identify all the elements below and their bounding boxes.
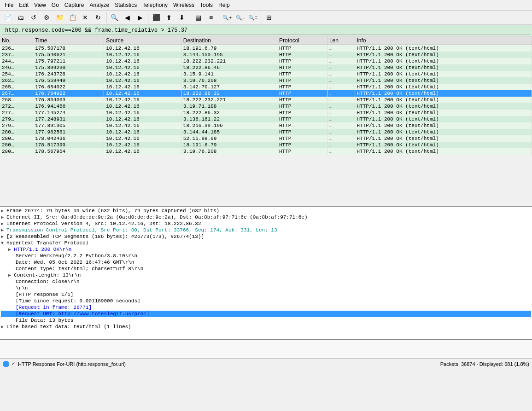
detail-line[interactable]: [Time since request: 0.001189000 seconds… (1, 298, 531, 304)
detail-line[interactable]: \r\n (1, 285, 531, 291)
toolbar-scroll-bottom[interactable]: ⬇ (176, 12, 188, 23)
toolbar-goto[interactable]: ⬛ (150, 12, 162, 23)
detail-line[interactable]: Content-Type: text/html; charset=utf-8\r… (1, 266, 531, 272)
table-row[interactable]: 279…177.24893110.12.42.163.136.161.22HTT… (0, 116, 532, 122)
toolbar-zoom-reset[interactable]: 🔍= (247, 12, 259, 23)
menu-tools[interactable]: Tools (197, 1, 216, 9)
packet-detail-pane[interactable]: ▶ Frame 26774: 79 bytes on wire (632 bit… (0, 207, 532, 340)
toolbar-resize-columns[interactable]: ⊞ (263, 12, 275, 23)
menu-telephony[interactable]: Telephony (140, 1, 170, 9)
table-cell: 237… (0, 52, 33, 58)
toolbar-new-file[interactable]: 📄 (2, 12, 14, 23)
detail-line[interactable]: Date: Wed, 05 Oct 2022 16:47:46 GMT\r\n (1, 259, 531, 266)
menu-analyze[interactable]: Analyze (87, 1, 112, 9)
menu-go[interactable]: Go (49, 1, 62, 9)
detail-line[interactable]: ▶ Content-Length: 13\r\n (1, 272, 531, 278)
table-cell: 176.243728 (33, 71, 104, 77)
table-cell: 267… (0, 90, 33, 97)
table-cell: HTTP/1.1 200 OK (text/html) (355, 116, 532, 122)
detail-line[interactable]: ▼ Hypertext Transfer Protocol (1, 240, 531, 246)
table-row[interactable]: 265…176.65402210.12.42.163.142.70.127HTT… (0, 84, 532, 90)
table-row[interactable]: 237…175.54062110.12.42.163.144.150.195HT… (0, 52, 532, 58)
table-row[interactable]: 280…178.51739910.12.42.1618.191.6.79HTTP… (0, 142, 532, 148)
table-cell: 10.12.42.16 (104, 116, 181, 122)
table-row[interactable]: 244…175.79721110.12.42.1618.222.232.221H… (0, 58, 532, 64)
toolbar-forward[interactable]: ▶ (134, 12, 146, 23)
menu-edit[interactable]: Edit (16, 1, 31, 9)
table-row[interactable]: 262…176.55944910.12.42.163.19.76.208HTTP… (0, 77, 532, 84)
table-cell: HTTP (277, 71, 327, 77)
table-row[interactable]: 279…177.89130510.12.42.1618.216.39.196HT… (0, 122, 532, 129)
toolbar-open[interactable]: 🗂 (15, 12, 27, 23)
menu-help[interactable]: Help (216, 1, 233, 9)
detail-line[interactable]: Connection: close\r\n (1, 278, 531, 285)
menu-file[interactable]: File (2, 1, 16, 9)
table-row[interactable]: 280…178.04243610.12.42.1652.15.98.99HTTP… (0, 135, 532, 142)
toolbar-zoom-out[interactable]: 🔍- (234, 12, 246, 23)
table-row[interactable]: 246…175.89923010.12.42.1618.222.86.46HTT… (0, 64, 532, 71)
table-cell: … (327, 45, 355, 52)
detail-line[interactable]: ▶ HTTP/1.1 200 OK\r\n (1, 246, 531, 253)
detail-line[interactable]: ▶ [2 Reassembled TCP Segments (186 bytes… (1, 233, 531, 240)
detail-line[interactable]: [HTTP response 1/1] (1, 291, 531, 298)
packet-list[interactable]: No. Time Source Destination Protocol Len… (0, 36, 532, 207)
detail-line[interactable]: ▶ Transmission Control Protocol, Src Por… (1, 227, 531, 233)
detail-text: Hypertext Transfer Protocol (6, 240, 88, 246)
detail-line[interactable]: [Request in frame: 26771] (1, 304, 531, 311)
detail-line[interactable]: ▶ Ethernet II, Src: 0a:d0:dc:de:9c:2a (0… (1, 214, 531, 220)
detail-line[interactable]: [Request URI: http://www.toteslegit.us/p… (1, 311, 531, 317)
detail-line[interactable]: Server: Werkzeug/2.2.2 Python/3.8.10\r\n (1, 253, 531, 259)
table-cell: 3.142.70.127 (181, 84, 277, 90)
table-cell: HTTP/1.1 200 OK (text/html) (355, 110, 532, 116)
table-cell: 10.12.42.16 (104, 122, 181, 129)
table-cell: 176.804063 (33, 97, 104, 103)
table-row[interactable]: 280…177.98258110.12.42.163.144.44.185HTT… (0, 129, 532, 135)
menu-wireless[interactable]: Wireless (170, 1, 197, 9)
detail-line[interactable]: File Data: 13 bytes (1, 317, 531, 324)
detail-line[interactable]: ▶ Frame 26774: 79 bytes on wire (632 bit… (1, 208, 531, 214)
toolbar-colorize[interactable]: ▤ (192, 12, 204, 23)
table-row[interactable]: 272…176.94145610.12.42.163.19.71.188HTTP… (0, 103, 532, 110)
toolbar-autoscroll[interactable]: ≡ (205, 12, 217, 23)
menu-statistics[interactable]: Statistics (112, 1, 140, 9)
toolbar-close[interactable]: 📁 (53, 12, 65, 23)
table-cell: 268… (0, 97, 33, 103)
toolbar-recent[interactable]: ↺ (28, 12, 40, 23)
table-cell: 277… (0, 110, 33, 116)
table-row[interactable]: 267…176.76492210.12.42.1618.222.86.32HTT… (0, 90, 532, 97)
toolbar-zoom-in[interactable]: 🔍+ (221, 12, 233, 23)
display-filter-input[interactable]: http.response.code==200 && frame.time_re… (2, 26, 530, 35)
table-cell: 3.144.44.185 (181, 129, 277, 135)
toolbar-settings[interactable]: ⚙ (41, 12, 53, 23)
table-cell: … (327, 135, 355, 142)
table-row[interactable]: 277…177.14527410.12.42.1618.222.86.32HTT… (0, 110, 532, 116)
table-row[interactable]: 236…175.50717810.12.42.1618.191.6.79HTTP… (0, 45, 532, 52)
toolbar: 📄 🗂 ↺ ⚙ 📁 📋 ✕ ↻ 🔍 ◀ ▶ ⬛ ⬆ ⬇ ▤ ≡ 🔍+ 🔍- 🔍=… (0, 11, 532, 25)
toolbar-find[interactable]: 🔍 (108, 12, 120, 23)
table-cell: 280… (0, 148, 33, 155)
table-cell: 3.136.161.22 (181, 116, 277, 122)
toolbar-back[interactable]: ◀ (121, 12, 133, 23)
table-row[interactable]: 280…178.56795410.12.42.163.19.76.208HTTP… (0, 148, 532, 155)
toolbar-reload[interactable]: 📋 (66, 12, 78, 23)
table-row[interactable]: 268…176.80406310.12.42.1618.222.232.221H… (0, 97, 532, 103)
toolbar-delete[interactable]: ✕ (79, 12, 91, 23)
toolbar-sep4 (219, 12, 219, 23)
table-cell: … (327, 77, 355, 84)
menu-view[interactable]: View (31, 1, 49, 9)
toolbar-scroll-top[interactable]: ⬆ (163, 12, 175, 23)
toolbar-sep5 (261, 12, 261, 23)
menu-bar: File Edit View Go Capture Analyze Statis… (0, 0, 532, 11)
toolbar-refresh[interactable]: ↻ (92, 12, 104, 23)
table-cell: HTTP/1.1 200 OK (text/html) (355, 103, 532, 110)
table-row[interactable]: 254…176.24372810.12.42.163.15.9.141HTTP…… (0, 71, 532, 77)
table-cell: HTTP/1.1 200 OK (text/html) (355, 77, 532, 84)
table-cell: 176.941456 (33, 103, 104, 110)
detail-line[interactable]: ▶ Internet Protocol Version 4, Src: 10.1… (1, 220, 531, 227)
menu-capture[interactable]: Capture (62, 1, 87, 9)
table-cell: 177.145274 (33, 110, 104, 116)
table-cell: 10.12.42.16 (104, 71, 181, 77)
table-cell: 10.12.42.16 (104, 45, 181, 52)
table-cell: 254… (0, 71, 33, 77)
detail-line[interactable]: ▶ Line-based text data: text/html (1 lin… (1, 324, 531, 330)
